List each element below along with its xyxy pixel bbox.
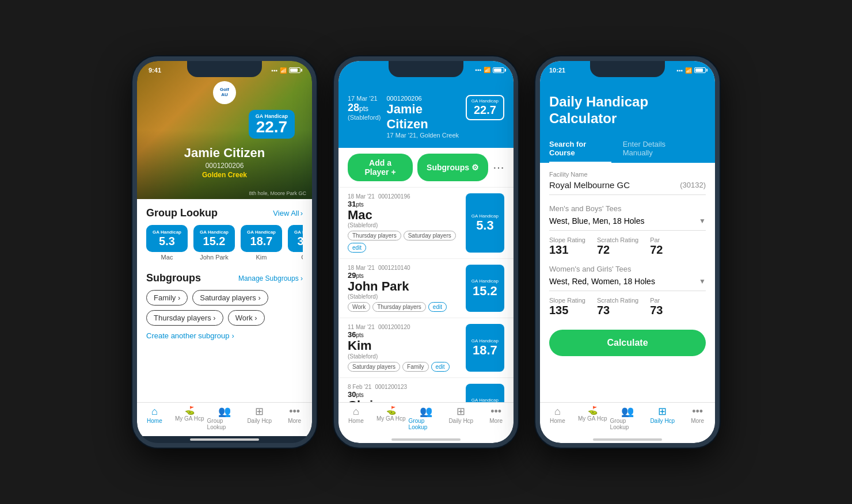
subgroups-section: Subgroups Manage Subgroups › Family › Sa… <box>146 272 303 340</box>
pr-date-id-chris: 8 Feb '210001200123 <box>348 384 460 390</box>
subgroup-tags: Family › Saturday players › Thursday pla… <box>146 290 303 326</box>
nav-mygahcp-2[interactable]: ⛳ My GA Hcp <box>374 406 409 430</box>
pr-tags-kim: Saturday players Family edit <box>348 362 460 372</box>
player-card-mac[interactable]: GA Handicap 5.3 Mac <box>146 225 188 261</box>
facility-field[interactable]: Royal Melbourne GC (30132) <box>549 180 706 195</box>
player-row-chris[interactable]: 8 Feb '210001200123 30pts Chris (Stablef… <box>338 378 514 402</box>
mens-tee-dropdown[interactable]: West, Blue, Men, 18 Holes ▼ <box>549 216 706 231</box>
manage-subgroups-link[interactable]: Manage Subgroups › <box>238 274 303 282</box>
tab-search-course[interactable]: Search for Course <box>549 135 611 163</box>
tab-enter-details[interactable]: Enter Details Manually <box>623 135 694 163</box>
nav-more-2[interactable]: ••• More <box>478 406 514 430</box>
nav-grouplookup-2[interactable]: 👥 Group Lookup <box>409 406 444 430</box>
player-row-kim-info: 11 Mar '210001200120 36pts Kim (Stablefo… <box>348 324 460 371</box>
tag-edit-mac[interactable]: edit <box>348 243 366 253</box>
p2-type: (Stableford) <box>348 114 381 121</box>
hero-name: Jamie Citizen <box>137 146 312 161</box>
womens-tees-label: Women's and Girls' Tees <box>549 265 706 273</box>
pr-date-id-mac: 18 Mar '210001200196 <box>348 193 460 200</box>
view-all-link[interactable]: View All › <box>273 209 303 217</box>
nav-dailyhcp-3[interactable]: ⊞ Daily Hcp <box>645 406 680 430</box>
subgroup-thursday[interactable]: Thursday players › <box>146 310 223 326</box>
status-icons-1: ▪▪▪ 📶 <box>271 67 301 74</box>
p3-form-content: Facility Name Royal Melbourne GC (30132)… <box>540 163 715 402</box>
home-indicator-3 <box>593 438 662 441</box>
nav-mygahcp-1[interactable]: ⛳ My GA Hcp <box>172 406 207 430</box>
player-list: 18 Mar '210001200196 31pts Mac (Stablefo… <box>338 188 514 402</box>
womens-scratch: Scratch Rating 73 <box>597 297 638 317</box>
p3-title: Daily HandicapCalculator <box>549 94 706 127</box>
pr-pts-johnpark: 29pts <box>348 271 460 280</box>
tag-thursday-jp: Thursday players <box>372 302 426 312</box>
status-time-3: 10:21 <box>549 67 565 74</box>
subgroup-work[interactable]: Work › <box>228 310 265 326</box>
mens-scratch: Scratch Rating 72 <box>597 236 638 257</box>
group-lookup-header: Group Lookup View All › <box>146 207 303 219</box>
facility-value: Royal Melbourne GC <box>549 180 630 190</box>
p2-id-text: 0001200206 <box>386 95 459 102</box>
pr-name-kim: Kim <box>348 339 460 353</box>
nav-more-3[interactable]: ••• More <box>680 406 715 430</box>
nav-mygahcp-3[interactable]: ⛳ My GA Hcp <box>575 406 610 430</box>
player-row-mac[interactable]: 18 Mar '210001200196 31pts Mac (Stablefo… <box>338 188 514 259</box>
womens-tee-section: Women's and Girls' Tees West, Red, Women… <box>549 265 706 317</box>
subgroups-title-row: Subgroups Manage Subgroups › <box>146 272 303 284</box>
home-indicator-2 <box>391 438 461 441</box>
pr-type-mac: (Stableford) <box>348 222 460 228</box>
tag-edit-jp[interactable]: edit <box>428 302 447 312</box>
subgroup-saturday[interactable]: Saturday players › <box>192 290 268 306</box>
p2-id-name-block: 0001200206 Jamie Citizen 17 Mar '21, Gol… <box>381 95 465 139</box>
handicap-badge: GA Handicap 22.7 <box>249 110 295 139</box>
subgroup-family[interactable]: Family › <box>146 290 188 306</box>
pr-type-kim: (Stableford) <box>348 353 460 360</box>
add-player-button[interactable]: Add a Player + <box>348 154 413 181</box>
nav-home-3[interactable]: ⌂ Home <box>540 406 575 430</box>
status-icons-2: ▪▪▪ 📶 <box>475 67 504 73</box>
p2-actions: Add a Player + Subgroups ⚙ ⋯ <box>338 148 514 188</box>
subgroups-button[interactable]: Subgroups ⚙ <box>417 154 488 181</box>
nav-home-2[interactable]: ⌂ Home <box>338 406 374 430</box>
p2-sub: 17 Mar '21, Golden Creek <box>386 132 459 139</box>
mens-dropdown-arrow: ▼ <box>699 217 706 225</box>
player-row-johnpark[interactable]: 18 Mar '210001210140 29pts John Park (St… <box>338 259 514 318</box>
nav-home-1[interactable]: ⌂ Home <box>137 406 172 430</box>
tag-saturday: Saturday players <box>404 231 456 240</box>
womens-dropdown-arrow: ▼ <box>699 277 706 285</box>
mens-tee-value: West, Blue, Men, 18 Holes <box>549 216 644 226</box>
nav-grouplookup-1[interactable]: 👥 Group Lookup <box>207 406 242 430</box>
pr-name-johnpark: John Park <box>348 280 460 293</box>
nav-dailyhcp-1[interactable]: ⊞ Daily Hcp <box>242 406 277 430</box>
pr-pts-kim: 36pts <box>348 330 460 339</box>
pr-date-id-kim: 11 Mar '210001200120 <box>348 324 460 330</box>
bottom-nav-3: ⌂ Home ⛳ My GA Hcp 👥 Group Lookup ⊞ Dail… <box>540 402 715 436</box>
womens-tee-dropdown[interactable]: West, Red, Women, 18 Holes ▼ <box>549 277 706 291</box>
p2-hcp-badge: GA Handicap 22.7 <box>466 95 504 120</box>
more-dots-button[interactable]: ⋯ <box>493 154 504 181</box>
player-card-chris[interactable]: GA Handicap 33.9 Chris <box>288 225 303 261</box>
nav-grouplookup-3[interactable]: 👥 Group Lookup <box>610 406 645 430</box>
phone-group-lookup: ▪▪▪ 📶 17 Mar '21 28pts (Stableford) <box>334 56 518 448</box>
pr-tags-mac: Thursday players Saturday players edit <box>348 231 460 253</box>
nav-dailyhcp-2[interactable]: ⊞ Daily Hcp <box>443 406 478 430</box>
tag-thursday: Thursday players <box>348 231 401 240</box>
status-time-1: 9:41 <box>149 67 161 74</box>
tag-edit-kim[interactable]: edit <box>431 362 450 372</box>
player-card-kim[interactable]: GA Handicap 18.7 Kim <box>241 225 282 261</box>
pr-type-johnpark: (Stableford) <box>348 293 460 300</box>
create-subgroup-link[interactable]: Create another subgroup › <box>146 331 303 340</box>
p2-header: 17 Mar '21 28pts (Stableford) 0001200206… <box>338 73 514 148</box>
group-scroll: GA Handicap 5.3 Mac GA Handicap 15.2 Joh… <box>146 225 303 263</box>
player-row-kim[interactable]: 11 Mar '210001200120 36pts Kim (Stablefo… <box>338 318 514 377</box>
calculate-button[interactable]: Calculate <box>549 330 706 356</box>
player-row-johnpark-info: 18 Mar '210001210140 29pts John Park (St… <box>348 265 460 312</box>
p2-hcp-value: 22.7 <box>471 104 499 117</box>
nav-more-1[interactable]: ••• More <box>277 406 312 430</box>
player-card-johnpark[interactable]: GA Handicap 15.2 John Park <box>193 225 235 261</box>
p2-date: 17 Mar '21 <box>348 95 381 102</box>
womens-par: Par 73 <box>650 297 663 317</box>
tag-family-kim: Family <box>402 362 428 372</box>
pr-hcp-johnpark: GA Handicap 15.2 <box>466 265 504 312</box>
hero-id: 0001200206 <box>137 162 312 170</box>
bottom-nav-1: ⌂ Home ⛳ My GA Hcp 👥 Group Lookup ⊞ Dail… <box>137 402 312 436</box>
pr-date-id-johnpark: 18 Mar '210001210140 <box>348 265 460 271</box>
